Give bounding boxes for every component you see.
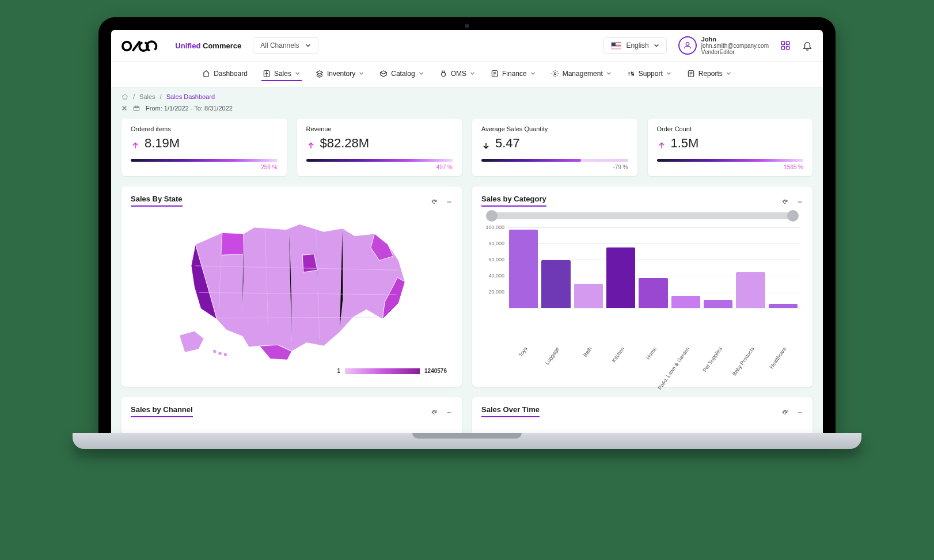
nav-management[interactable]: Management: [550, 67, 613, 81]
breadcrumb-sep: /: [160, 93, 162, 100]
kpi-bar: [481, 159, 628, 162]
breadcrumb-sales[interactable]: Sales: [139, 93, 155, 100]
category-bar-chart[interactable]: 20,00040,00060,00080,000100,000ToysLugga…: [507, 227, 800, 377]
kpi-card: Ordered items8.19M256 %: [122, 119, 287, 176]
bar-healthcare[interactable]: [769, 304, 798, 308]
main-nav: DashboardSalesInventoryCatalogOMSFinance…: [111, 62, 823, 87]
kpi-pct: 256 %: [131, 164, 278, 170]
laptop-base: [73, 433, 861, 449]
kpi-bar: [131, 159, 278, 162]
collapse-icon[interactable]: [796, 197, 803, 204]
x-tick-label: Luggage: [544, 346, 560, 365]
svg-rect-5: [787, 47, 789, 49]
clear-filter-icon[interactable]: [122, 105, 127, 111]
date-filter-text[interactable]: From: 1/1/2022 - To: 8/31/2022: [146, 105, 233, 112]
chevron-down-icon: [470, 71, 476, 77]
breadcrumb: / Sales / Sales Dashboard: [111, 87, 823, 102]
collapse-icon[interactable]: [446, 197, 453, 204]
nav-support[interactable]: Support: [626, 67, 673, 81]
date-filter-row: From: 1/1/2022 - To: 8/31/2022: [111, 102, 823, 119]
category-range-slider[interactable]: [487, 212, 798, 219]
y-tick-label: 40,000: [481, 273, 504, 279]
svg-point-7: [441, 73, 445, 77]
nav-reports[interactable]: Reports: [686, 67, 733, 81]
language-selector[interactable]: English: [603, 37, 666, 54]
panel-sales-over-time: Sales Over Time: [472, 397, 812, 433]
bar-patio-lawn-garden[interactable]: [671, 296, 700, 308]
panel-title: Sales by Category: [481, 195, 546, 207]
kpi-label: Order Count: [657, 125, 804, 132]
kpi-label: Average Sales Quantity: [481, 125, 628, 132]
refresh-icon[interactable]: [781, 408, 788, 415]
kpi-value: 5.47: [481, 136, 628, 151]
webcam-dot: [465, 24, 469, 28]
chevron-down-icon: [654, 43, 659, 48]
language-label: English: [626, 41, 648, 49]
svg-point-14: [213, 350, 217, 353]
nav-sales[interactable]: Sales: [261, 67, 302, 81]
bar-kitchen[interactable]: [606, 247, 635, 308]
channel-selector-label: All Channels: [260, 41, 299, 49]
svg-point-1: [686, 43, 689, 45]
refresh-icon[interactable]: [431, 408, 438, 415]
user-name: John: [701, 36, 769, 43]
app-viewport: Unified Commerce All Channels English: [111, 30, 823, 433]
y-tick-label: 20,000: [481, 289, 504, 295]
svg-rect-13: [134, 106, 139, 111]
page-content: / Sales / Sales Dashboard From: 1/1/2022…: [111, 87, 823, 433]
chevron-down-icon: [419, 71, 424, 77]
chevron-down-icon: [359, 71, 365, 77]
bar-toys[interactable]: [509, 230, 538, 308]
arrow-up-icon: [131, 139, 140, 148]
kpi-bar: [306, 159, 453, 162]
avatar-icon: [678, 36, 697, 55]
slider-thumb-right[interactable]: [787, 210, 799, 222]
nav-inventory[interactable]: Inventory: [314, 67, 366, 81]
nav-oms[interactable]: OMS: [438, 67, 477, 81]
user-block[interactable]: John john.smith@company.com VendorEditor: [678, 36, 769, 55]
kpi-label: Ordered items: [131, 125, 278, 132]
us-choropleth-map[interactable]: 1 1240576: [131, 212, 453, 379]
channel-selector[interactable]: All Channels: [253, 37, 318, 54]
panel-sales-by-channel: Sales by Channel: [122, 397, 462, 433]
calendar-icon[interactable]: [133, 105, 140, 112]
bar-baby-products[interactable]: [736, 272, 765, 308]
bar-bath[interactable]: [574, 284, 603, 308]
nav-catalog[interactable]: Catalog: [378, 67, 425, 81]
nav-dashboard[interactable]: Dashboard: [201, 67, 249, 81]
panel-grid: Sales By State: [111, 186, 823, 433]
bar-luggage[interactable]: [541, 260, 570, 308]
y-tick-label: 100,000: [481, 224, 504, 230]
kpi-card: Average Sales Quantity5.47-79 %: [472, 119, 637, 176]
chevron-down-icon: [295, 71, 301, 77]
logo[interactable]: [122, 38, 164, 53]
bar-pet-supplies[interactable]: [704, 300, 732, 308]
home-icon[interactable]: [122, 93, 128, 100]
svg-point-16: [224, 353, 227, 356]
svg-rect-4: [781, 47, 784, 49]
apps-grid-icon[interactable]: [780, 40, 791, 51]
svg-rect-2: [781, 41, 784, 44]
collapse-icon[interactable]: [446, 408, 453, 415]
kpi-label: Revenue: [306, 125, 453, 132]
panel-sales-by-state: Sales By State: [122, 186, 462, 387]
kpi-value: $82.28M: [306, 136, 453, 151]
refresh-icon[interactable]: [431, 197, 438, 204]
chevron-down-icon: [666, 71, 672, 77]
chevron-down-icon: [530, 71, 536, 77]
flag-us-icon: [611, 42, 621, 49]
collapse-icon[interactable]: [796, 408, 803, 415]
kpi-pct: 1565 %: [657, 164, 804, 170]
x-tick-label: Home: [646, 346, 658, 360]
refresh-icon[interactable]: [781, 197, 788, 204]
chevron-down-icon: [305, 43, 311, 48]
svg-point-0: [123, 42, 131, 51]
bell-icon[interactable]: [802, 40, 812, 51]
y-tick-label: 80,000: [481, 241, 504, 246]
x-tick-label: Baby Products: [731, 346, 755, 377]
arrow-up-icon: [306, 139, 316, 148]
slider-thumb-left[interactable]: [486, 210, 498, 222]
nav-finance[interactable]: Finance: [489, 67, 537, 81]
kpi-row: Ordered items8.19M256 %Revenue$82.28M497…: [111, 119, 823, 186]
bar-home[interactable]: [639, 278, 667, 308]
